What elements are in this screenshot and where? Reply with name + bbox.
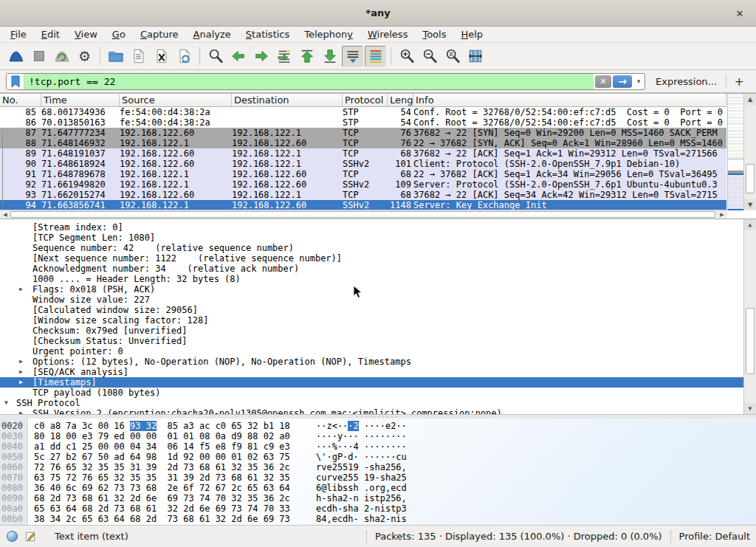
- packet-list-hscrollbar[interactable]: ◀ ▶: [0, 210, 727, 219]
- scrollbar-thumb[interactable]: [746, 164, 755, 193]
- scroll-right-icon[interactable]: ▶: [717, 210, 727, 219]
- menu-item-edit[interactable]: Edit: [34, 27, 67, 41]
- detail-line[interactable]: Sequence number: 42 (relative sequence n…: [0, 243, 756, 253]
- toolbar-go-back[interactable]: [227, 46, 249, 67]
- hex-ascii[interactable]: \'·gP·d· ······cu: [316, 452, 407, 462]
- detail-line[interactable]: [Calculated window size: 29056]: [0, 305, 756, 315]
- packet-row-87[interactable]: 8771.647777234192.168.122.60192.168.122.…: [0, 128, 726, 138]
- hex-bytes[interactable]: 68 2d 73 68 61 32 2d 6e 69 73 74 70 32 3…: [34, 493, 316, 503]
- hex-ascii[interactable]: 84,ecdh- sha2-nis: [316, 514, 407, 524]
- toolbar-save-file[interactable]: [128, 46, 149, 67]
- hex-bytes[interactable]: 72 76 65 32 35 35 31 39 2d 73 68 61 32 3…: [34, 462, 316, 472]
- packet-row-94[interactable]: 9471.663856741192.168.122.1192.168.122.6…: [0, 200, 726, 210]
- toolbar-go-to-packet[interactable]: [273, 46, 295, 67]
- column-header-source[interactable]: Source: [120, 94, 232, 106]
- detail-line[interactable]: Acknowledgment number: 34 (relative ack …: [0, 264, 756, 274]
- column-header-destination[interactable]: Destination: [232, 94, 343, 106]
- detail-line[interactable]: 1000 .... = Header Length: 32 bytes (8): [0, 274, 756, 284]
- hex-ascii[interactable]: ····y··· ········: [316, 431, 407, 441]
- hex-ascii[interactable]: curve255 19-sha25: [316, 472, 407, 483]
- toolbar-close-file[interactable]: [151, 46, 172, 67]
- hex-row-0020[interactable]: 0020c0 a8 7a 3c 00 16 93 32 85 a3 ac c0 …: [0, 421, 756, 431]
- display-filter-input[interactable]: [24, 74, 594, 89]
- detail-line[interactable]: Window size value: 227: [0, 295, 756, 305]
- hex-bytes[interactable]: a1 dd c1 25 00 00 04 34 06 14 f5 e8 f9 8…: [34, 441, 316, 452]
- detail-line[interactable]: Urgent pointer: 0: [0, 346, 756, 357]
- menu-item-wireless[interactable]: Wireless: [360, 27, 415, 41]
- toolbar-zoom-original[interactable]: [441, 46, 463, 67]
- hex-row-0040[interactable]: 0040a1 dd c1 25 00 00 04 34 06 14 f5 e8 …: [0, 441, 756, 452]
- packet-row-86[interactable]: 8670.013850163fe:54:00:d4:38:2aSTP54Conf…: [0, 117, 726, 128]
- scroll-down-icon[interactable]: ▼: [744, 403, 756, 414]
- hex-row-0050[interactable]: 00505c 27 b2 67 50 ad 64 98 1d 92 00 00 …: [0, 452, 756, 462]
- menu-item-go[interactable]: Go: [105, 27, 133, 41]
- packet-row-88[interactable]: 8871.648146932192.168.122.1192.168.122.6…: [0, 138, 726, 148]
- packet-row-91[interactable]: 9171.648789678192.168.122.1192.168.122.6…: [0, 169, 726, 179]
- hex-bytes[interactable]: 5c 27 b2 67 50 ad 64 98 1d 92 00 00 01 0…: [34, 452, 316, 462]
- toolbar-zoom-in[interactable]: [396, 46, 417, 67]
- detail-line[interactable]: ▶Options: (12 bytes), No-Operation (NOP)…: [0, 357, 756, 367]
- hex-ascii[interactable]: ··z<···2 ····e2··: [316, 421, 407, 431]
- scroll-up-icon[interactable]: ▲: [744, 219, 756, 230]
- detail-line[interactable]: ▼SSH Protocol: [0, 398, 756, 408]
- scroll-down-icon[interactable]: ▼: [744, 199, 756, 210]
- detail-line[interactable]: [TCP Segment Len: 1080]: [0, 233, 756, 243]
- hex-ascii[interactable]: rve25519 -sha256,: [316, 462, 407, 472]
- detail-line[interactable]: ▶Flags: 0x018 (PSH, ACK): [0, 284, 756, 295]
- toolbar-restart-capture[interactable]: [51, 46, 72, 67]
- toolbar-resize-columns[interactable]: [464, 46, 486, 67]
- detail-line[interactable]: ▶[Timestamps]: [0, 377, 756, 388]
- menu-item-capture[interactable]: Capture: [133, 27, 186, 41]
- collapsed-icon[interactable]: ▶: [19, 377, 23, 388]
- menu-item-view[interactable]: View: [67, 27, 105, 41]
- packet-row-90[interactable]: 9071.648618924192.168.122.60192.168.122.…: [0, 159, 726, 169]
- toolbar-zoom-out[interactable]: [419, 46, 440, 67]
- toolbar-go-forward[interactable]: [250, 46, 272, 67]
- toolbar-go-first[interactable]: [296, 46, 317, 67]
- menu-item-tools[interactable]: Tools: [415, 27, 453, 41]
- packet-row-85[interactable]: 8568.001734936fe:54:00:d4:38:2aSTP54Conf…: [0, 107, 726, 117]
- toolbar-colorize[interactable]: [365, 46, 386, 67]
- column-header-no[interactable]: No.: [0, 94, 41, 106]
- toolbar-stop-capture[interactable]: [28, 46, 49, 67]
- hscrollbar-thumb[interactable]: [10, 211, 715, 218]
- menu-item-analyze[interactable]: Analyze: [186, 27, 238, 41]
- hex-bytes[interactable]: 65 63 64 68 2d 73 68 61 32 2d 6e 69 73 7…: [34, 503, 316, 514]
- scroll-left-icon[interactable]: ◀: [0, 210, 10, 219]
- detail-line[interactable]: [Stream index: 0]: [0, 222, 756, 233]
- toolbar-capture-options[interactable]: ⚙: [74, 46, 95, 67]
- packet-list-minimap[interactable]: [727, 94, 743, 210]
- menu-item-help[interactable]: Help: [453, 27, 490, 41]
- hex-row-0070[interactable]: 007063 75 72 76 65 32 35 35 31 39 2d 73 …: [0, 472, 756, 483]
- status-profile[interactable]: Profile: Default: [679, 531, 750, 542]
- hex-row-00b0[interactable]: 00b038 34 2c 65 63 64 68 2d 73 68 61 32 …: [0, 514, 756, 524]
- filter-history-caret-icon[interactable]: ▾: [633, 74, 645, 89]
- column-header-info[interactable]: Info: [413, 94, 726, 106]
- column-header-protocol[interactable]: Protocol: [343, 94, 388, 106]
- detail-line[interactable]: [Checksum Status: Unverified]: [0, 336, 756, 346]
- toolbar-open-file[interactable]: [105, 46, 126, 67]
- collapsed-icon[interactable]: ▶: [19, 284, 23, 295]
- hex-row-00a0[interactable]: 00a065 63 64 68 2d 73 68 61 32 2d 6e 69 …: [0, 503, 756, 514]
- apply-filter-icon[interactable]: →: [613, 75, 632, 88]
- menu-item-file[interactable]: File: [3, 27, 34, 41]
- hex-ascii[interactable]: h-sha2-n istp256,: [316, 493, 407, 503]
- toolbar-reload-file[interactable]: [173, 46, 195, 67]
- add-filter-button[interactable]: +: [735, 75, 744, 89]
- detail-line[interactable]: TCP payload (1080 bytes): [0, 388, 756, 398]
- toolbar-auto-scroll[interactable]: [342, 46, 363, 67]
- collapsed-icon[interactable]: ▶: [19, 367, 23, 377]
- hex-bytes[interactable]: 80 18 00 e3 79 ed 00 00 01 01 08 0a d9 8…: [34, 431, 316, 441]
- expanded-icon[interactable]: ▼: [4, 398, 8, 408]
- detail-line[interactable]: ▶[SEQ/ACK analysis]: [0, 367, 756, 377]
- detail-line[interactable]: [Next sequence number: 1122 (relative se…: [0, 253, 756, 264]
- hex-row-0090[interactable]: 009068 2d 73 68 61 32 2d 6e 69 73 74 70 …: [0, 493, 756, 503]
- close-icon[interactable]: ✕: [732, 6, 747, 21]
- scrollbar-thumb[interactable]: [746, 308, 755, 374]
- hex-bytes[interactable]: 36 40 6c 69 62 73 73 68 2e 6f 72 67 2c 6…: [34, 483, 316, 493]
- hex-bytes[interactable]: 38 34 2c 65 63 64 68 2d 73 68 61 32 2d 6…: [34, 514, 316, 524]
- capture-comment-icon[interactable]: [24, 530, 37, 543]
- hex-row-0060[interactable]: 006072 76 65 32 35 35 31 39 2d 73 68 61 …: [0, 462, 756, 472]
- hex-bytes[interactable]: c0 a8 7a 3c 00 16 93 32 85 a3 ac c0 65 3…: [34, 421, 316, 431]
- packet-list-vscrollbar[interactable]: ▲ ▼: [743, 94, 756, 210]
